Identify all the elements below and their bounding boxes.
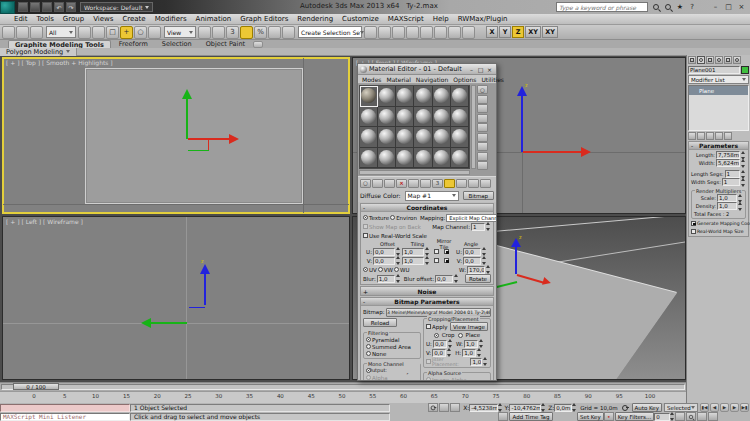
jitter-spinner[interactable] — [483, 357, 488, 366]
v-angle-spinner[interactable] — [482, 256, 487, 265]
material-editor-titlebar[interactable]: Material Editor - 01 - Default – □ × — [358, 64, 496, 75]
track-bar[interactable]: 0510152025303540455055606570758085909510… — [0, 391, 686, 403]
me-menu-modes[interactable]: Modes — [362, 76, 381, 83]
edit-named-sets-icon[interactable] — [282, 26, 295, 39]
sample-slot[interactable] — [433, 86, 451, 107]
sample-hscrollbar[interactable] — [359, 170, 470, 175]
sample-slot[interactable] — [396, 148, 414, 169]
w-angle-field[interactable]: 170,0 — [467, 266, 485, 274]
me-maximize-button[interactable]: □ — [476, 65, 485, 73]
length-field[interactable]: 7,758m — [716, 151, 740, 159]
redo-icon[interactable]: ↷ — [66, 2, 76, 12]
mapping-dropdown[interactable]: Explicit Map Channel — [446, 214, 496, 222]
v-tiling-spinner[interactable] — [425, 256, 430, 265]
sample-slot[interactable] — [451, 86, 469, 107]
add-time-tag-button[interactable]: Add Time Tag — [509, 412, 553, 421]
angle-snap-icon[interactable] — [240, 26, 253, 39]
width-segs-field[interactable]: 1 — [722, 178, 740, 186]
me-menu-material[interactable]: Material — [386, 76, 410, 83]
width-sp[interactable] — [741, 159, 746, 168]
select-by-name-icon[interactable] — [92, 26, 105, 39]
communication-center-icon[interactable] — [663, 2, 673, 12]
sample-slot[interactable] — [396, 127, 414, 148]
gizmo-y-axis-left[interactable] — [151, 322, 187, 324]
set-key-button[interactable]: Set Key — [577, 412, 604, 421]
w-angle-spinner[interactable] — [486, 265, 491, 274]
background-icon[interactable] — [477, 104, 488, 113]
pin-stack-icon[interactable] — [688, 132, 696, 140]
make-unique-icon[interactable] — [408, 179, 419, 188]
menu-graph-editors[interactable]: Graph Editors — [240, 15, 288, 23]
gizmo-z-axis-left[interactable] — [204, 273, 206, 305]
me-close-button[interactable]: × — [485, 65, 494, 73]
sample-slot[interactable] — [378, 86, 396, 107]
key-selection-dropdown[interactable]: Selected — [664, 403, 698, 412]
play-button[interactable]: ▶ — [720, 403, 729, 412]
blur-offset-spinner[interactable] — [454, 274, 459, 283]
me-menu-utilities[interactable]: Utilities — [481, 76, 504, 83]
sample-slot[interactable] — [414, 107, 432, 128]
u-tile-checkbox[interactable] — [444, 249, 449, 254]
open-file-icon[interactable] — [30, 2, 40, 12]
me-menu-navigation[interactable]: Navigation — [416, 76, 448, 83]
blur-field[interactable]: 1,0 — [377, 275, 395, 283]
favorites-icon[interactable]: ★ — [675, 2, 685, 12]
me-menu-options[interactable]: Options — [453, 76, 476, 83]
zoom-icon[interactable] — [686, 412, 696, 421]
set-key-dot-icon[interactable]: • — [604, 412, 614, 421]
sample-slot[interactable] — [451, 148, 469, 169]
make-unique-stack-icon[interactable] — [706, 132, 714, 140]
next-frame-button[interactable]: ▶ — [730, 403, 739, 412]
map-channel-spinner[interactable] — [486, 222, 491, 231]
v-tile-checkbox[interactable] — [444, 258, 449, 263]
v-tiling-field[interactable]: 1,0 — [402, 257, 424, 265]
maximize-button[interactable]: □ — [722, 2, 735, 12]
restrict-z-button[interactable]: Z — [512, 26, 524, 38]
absolute-offset-icon[interactable] — [439, 403, 449, 412]
ribbon-config-icon[interactable] — [253, 41, 263, 48]
maxscript-listener-input[interactable] — [0, 404, 130, 412]
named-sets-dropdown[interactable]: Create Selection Se — [298, 26, 362, 38]
v-angle-field[interactable]: 0,0 — [463, 257, 481, 265]
tab-motion-icon[interactable] — [715, 56, 723, 64]
put-material-scene-icon[interactable] — [372, 179, 383, 188]
curve-editor-icon[interactable] — [392, 26, 405, 39]
sample-slot[interactable] — [433, 107, 451, 128]
schematic-view-icon[interactable] — [406, 26, 419, 39]
density-sp[interactable] — [738, 202, 743, 211]
parameters-rollout-header[interactable]: -Parameters — [689, 142, 748, 150]
help-icon[interactable]: ? — [687, 2, 697, 12]
density-field[interactable]: 1,0 — [717, 202, 737, 210]
map-slot-dropdown[interactable]: Map #1 — [405, 191, 459, 201]
summed-area-radio[interactable] — [366, 344, 371, 349]
jitter-field[interactable]: 1,0 — [470, 358, 482, 366]
show-map-on-back-checkbox[interactable] — [363, 224, 368, 229]
reset-map-icon[interactable]: × — [396, 179, 407, 188]
assign-material-selection-icon[interactable] — [384, 179, 395, 188]
crop-u-field[interactable]: 0,0 — [433, 340, 447, 348]
menu-customize[interactable]: Customize — [342, 15, 379, 23]
mirror-icon[interactable] — [364, 26, 377, 39]
environ-radio[interactable] — [390, 215, 395, 220]
close-button[interactable]: × — [735, 2, 748, 12]
u-angle-spinner[interactable] — [482, 247, 487, 256]
menu-modifiers[interactable]: Modifiers — [155, 15, 187, 23]
coordinates-rollout-header[interactable]: -Coordinates — [361, 204, 493, 212]
material-id-channel-icon[interactable]: 3 — [432, 179, 443, 188]
crop-u-spinner[interactable] — [448, 339, 453, 348]
search-input[interactable] — [556, 2, 648, 12]
select-and-scale-icon[interactable] — [148, 26, 161, 39]
sample-slot[interactable] — [378, 148, 396, 169]
tab-modify-icon[interactable] — [697, 56, 705, 64]
tab-selection[interactable]: Selection — [156, 40, 198, 48]
menu-rendering[interactable]: Rendering — [297, 15, 333, 23]
sample-slot[interactable] — [414, 148, 432, 169]
map-channel-field[interactable]: 1 — [471, 223, 485, 231]
restrict-plane-button[interactable]: XY — [525, 26, 541, 38]
restrict-x-button[interactable]: X — [486, 26, 498, 38]
menu-animation[interactable]: Animation — [196, 15, 232, 23]
place-radio[interactable] — [458, 333, 463, 338]
v-offset-spinner[interactable] — [396, 256, 401, 265]
object-name-field[interactable]: Plane001 — [688, 66, 740, 74]
x-sp[interactable] — [498, 403, 503, 412]
